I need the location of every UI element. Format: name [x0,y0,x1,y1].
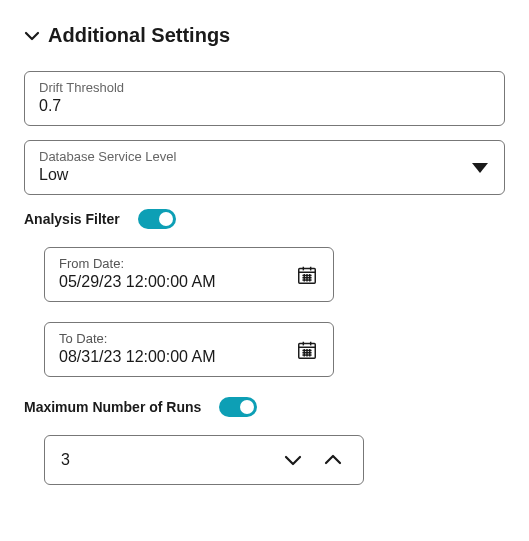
toggle-knob [240,400,254,414]
to-date-value: 08/31/23 12:00:00 AM [59,348,319,366]
stepper-increment-button[interactable] [313,436,353,484]
max-runs-label: Maximum Number of Runs [24,399,201,415]
dropdown-caret-icon [472,159,488,177]
max-runs-toggle[interactable] [219,397,257,417]
to-date-label: To Date: [59,331,319,346]
database-service-level-label: Database Service Level [39,149,490,164]
section-title: Additional Settings [48,24,230,47]
toggle-knob [159,212,173,226]
stepper-decrement-button[interactable] [273,436,313,484]
calendar-icon[interactable] [295,263,319,287]
calendar-icon[interactable] [295,338,319,362]
chevron-down-icon [24,28,40,44]
from-date-label: From Date: [59,256,319,271]
analysis-filter-label: Analysis Filter [24,211,120,227]
drift-threshold-label: Drift Threshold [39,80,490,95]
additional-settings-header[interactable]: Additional Settings [24,24,505,47]
database-service-level-value: Low [39,166,490,184]
to-date-field[interactable]: To Date: 08/31/23 12:00:00 AM [44,322,334,377]
max-runs-stepper[interactable]: 3 [44,435,364,485]
drift-threshold-field[interactable]: Drift Threshold 0.7 [24,71,505,126]
from-date-value: 05/29/23 12:00:00 AM [59,273,319,291]
database-service-level-select[interactable]: Database Service Level Low [24,140,505,195]
from-date-field[interactable]: From Date: 05/29/23 12:00:00 AM [44,247,334,302]
analysis-filter-toggle[interactable] [138,209,176,229]
max-runs-value: 3 [61,451,273,469]
analysis-filter-row: Analysis Filter [24,209,505,229]
max-runs-row: Maximum Number of Runs [24,397,505,417]
drift-threshold-value: 0.7 [39,97,490,115]
